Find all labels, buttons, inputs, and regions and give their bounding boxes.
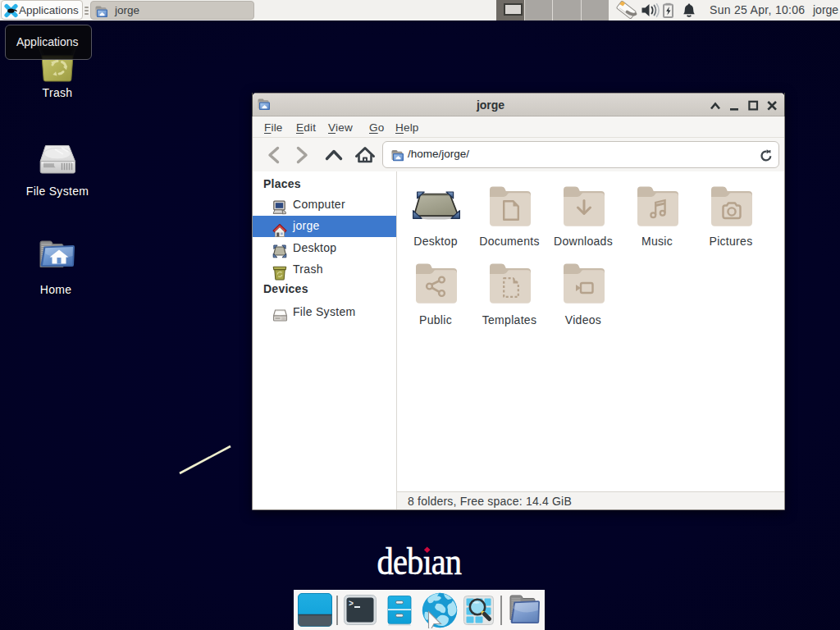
svg-text:>: > — [349, 600, 354, 609]
svg-text:debıan: debıan — [377, 541, 462, 582]
